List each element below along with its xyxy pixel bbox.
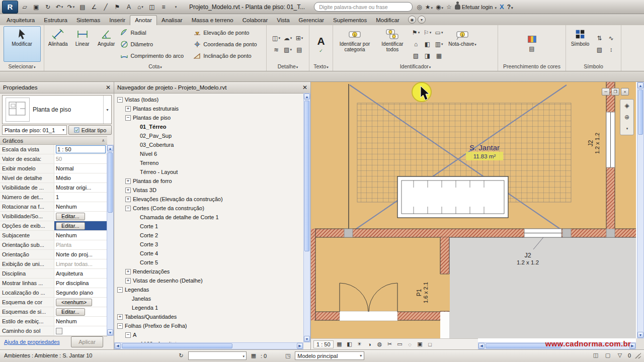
tree-item[interactable]: Corte 4 — [114, 249, 303, 258]
area-tag-icon[interactable]: ⚐ — [424, 29, 431, 36]
scrollbar-thumb[interactable] — [108, 152, 113, 213]
span-direction-icon[interactable]: ⇅ — [597, 35, 602, 42]
property-value[interactable]: Por disciplina — [54, 279, 107, 288]
panel-caption-selecionar[interactable]: Selecionar — [0, 63, 44, 71]
insulation-icon[interactable]: ≋ — [274, 46, 279, 53]
tree-item[interactable]: +Vistas 3D — [114, 186, 303, 195]
spot-coordinate-button[interactable]: Coordenada de ponto — [192, 38, 265, 50]
worksets-icon[interactable]: ↻ — [177, 352, 185, 359]
collapse-icon[interactable]: − — [125, 332, 131, 338]
tree-item[interactable]: −A — [114, 330, 303, 339]
property-edit-button[interactable]: Editar... — [56, 213, 85, 220]
tree-item[interactable]: +Tabelas/Quantidades — [114, 312, 303, 321]
property-value[interactable]: Segundo plano — [54, 288, 107, 297]
space-tag-icon[interactable]: ▦ — [436, 52, 442, 59]
spot-elevation-button[interactable]: Elevação de ponto — [192, 27, 265, 38]
properties-scrollbar[interactable]: ▲ ▼ — [107, 145, 114, 336]
tree-item[interactable]: Corte 2 — [114, 231, 303, 240]
tab-vista[interactable]: Vista — [272, 16, 294, 25]
aligned-dimension-button[interactable]: Alinhada — [46, 26, 70, 62]
exclude-options-icon[interactable]: ▢ — [604, 352, 612, 358]
tree-item[interactable]: Nível 6 — [114, 149, 303, 158]
stair-tag-icon[interactable]: ◨ — [425, 52, 430, 59]
edit-type-button[interactable]: Editar tipo — [68, 125, 112, 135]
property-value[interactable]: Norte do proj... — [54, 250, 107, 259]
properties-help-link[interactable]: Ajuda de propriedades — [4, 339, 60, 345]
floor-plan-drawing[interactable]: J2 1.2 x 1.2 J2 1.2 x 1.2 P1 1.6 x 2.1 S… — [311, 82, 636, 338]
tab-suplementos[interactable]: Suplementos — [329, 16, 371, 25]
tree-item[interactable]: +Vistas de desenho (Detalhe) — [114, 276, 303, 285]
apply-button[interactable]: Aplicar — [71, 336, 103, 347]
restore-icon[interactable]: ❐ — [611, 88, 619, 96]
design-option-selector[interactable]: Modelo principal▾ — [295, 351, 364, 360]
symbol-button[interactable]: Símbolo — [568, 26, 593, 62]
crop-view-icon[interactable]: ✂ — [386, 341, 394, 347]
expand-icon[interactable]: + — [117, 314, 123, 320]
diameter-dimension-button[interactable]: Diâmetro — [119, 38, 191, 50]
expand-icon[interactable]: + — [125, 197, 131, 202]
property-value[interactable]: Arquitetura — [54, 269, 107, 278]
scroll-up-icon[interactable]: ▲ — [304, 94, 310, 100]
revit-application-menu-button[interactable]: R — [2, 1, 18, 14]
canvas-vscrollbar[interactable]: ▲ ▼ — [637, 82, 644, 338]
property-edit-button[interactable]: <nenhum> — [56, 299, 92, 306]
multi-category-tag-icon[interactable]: ⌂ — [414, 41, 418, 48]
expand-icon[interactable]: + — [125, 188, 131, 193]
linear-dimension-button[interactable]: Linear — [71, 26, 94, 62]
tab-inserir[interactable]: Inserir — [105, 16, 130, 25]
room-tag[interactable]: S. Jantar 11.83 m² — [469, 143, 500, 159]
expand-icon[interactable]: + — [125, 278, 131, 284]
property-value[interactable]: Nenhum — [54, 231, 107, 240]
save-icon[interactable]: ▣ — [31, 2, 42, 12]
close-icon[interactable]: × — [621, 88, 629, 96]
search-input[interactable]: Digite palavra-chave ou frase — [314, 2, 413, 12]
instance-selector[interactable]: Planta de piso: 01_1▾ — [2, 125, 67, 135]
tree-item[interactable]: Corte 1 — [114, 222, 303, 231]
scroll-up-icon[interactable]: ▲ — [637, 82, 643, 88]
browser-hscrollbar[interactable]: ◀ ▶ — [114, 342, 303, 349]
tag-icon[interactable]: ⚑ — [112, 2, 123, 12]
quick-access-customize-icon[interactable] — [170, 2, 181, 12]
search-binoculars-icon[interactable]: ◎ — [417, 4, 422, 11]
shadows-icon[interactable]: ◑ — [366, 341, 374, 347]
tree-item[interactable]: −Cortes (Corte da construção) — [114, 204, 303, 213]
check-spelling-icon[interactable]: ✓ — [319, 48, 323, 53]
detail-group-icon[interactable]: ⊞ — [296, 35, 303, 42]
reveal-hidden-elements-icon[interactable]: ▣ — [416, 341, 424, 347]
scrollbar-thumb[interactable] — [304, 101, 309, 251]
browser-vscrollbar[interactable]: ▲ ▼ — [303, 93, 310, 342]
tab-arquitetura[interactable]: Arquitetura — [2, 16, 39, 25]
scrollbar-thumb[interactable] — [122, 343, 232, 348]
zoom-options-icon[interactable] — [622, 124, 632, 134]
tree-item[interactable]: Chamada de detalhe de Corte 1 — [114, 213, 303, 222]
visual-style-icon[interactable]: ◧ — [346, 341, 354, 347]
property-value-input[interactable]: 1 : 50 — [56, 145, 106, 153]
analysis-display-icon[interactable]: □ — [426, 341, 434, 347]
view-reference-icon[interactable]: ◧ — [425, 41, 430, 48]
panel-caption-identificador[interactable]: Identificador — [333, 63, 498, 71]
text-icon[interactable]: A — [123, 2, 134, 12]
material-tag-icon[interactable]: ▭ — [435, 29, 443, 36]
adjacent-room-floor[interactable] — [311, 237, 440, 338]
tab-estrutura[interactable]: Estrutura — [39, 16, 72, 25]
default-3d-view-icon[interactable]: ⌂ — [135, 2, 146, 12]
masking-region-icon[interactable]: ▤ — [296, 46, 302, 53]
text-button[interactable]: A ✓ — [311, 33, 331, 55]
beam-annotation-icon[interactable]: ▥ — [435, 41, 443, 48]
filled-region-icon[interactable]: ▨ — [284, 46, 292, 53]
help-icon[interactable]: ? — [507, 4, 513, 11]
dining-table[interactable] — [397, 176, 508, 218]
panel-caption-detalhe[interactable]: Detalhe — [267, 63, 309, 71]
expand-icon[interactable]: + — [125, 178, 131, 184]
room-tag-icon[interactable]: ⚑ — [412, 29, 420, 36]
tree-item[interactable]: Térreo - Layout — [114, 167, 303, 176]
tree-item[interactable]: −Folhas (Prefixo de Folha) — [114, 321, 303, 330]
wall-horizontal[interactable] — [314, 229, 636, 237]
tab-analisar[interactable]: Analisar — [157, 16, 187, 25]
open-icon[interactable]: ▱ — [19, 2, 30, 12]
expand-icon[interactable]: + — [125, 269, 131, 275]
span-arrow-icon[interactable]: ↕ — [610, 46, 613, 53]
spot-slope-button[interactable]: Inclinação de ponto — [192, 50, 265, 61]
tree-item[interactable]: −Plantas de piso — [114, 113, 303, 122]
revision-cloud-icon[interactable]: ☁ — [284, 35, 292, 42]
